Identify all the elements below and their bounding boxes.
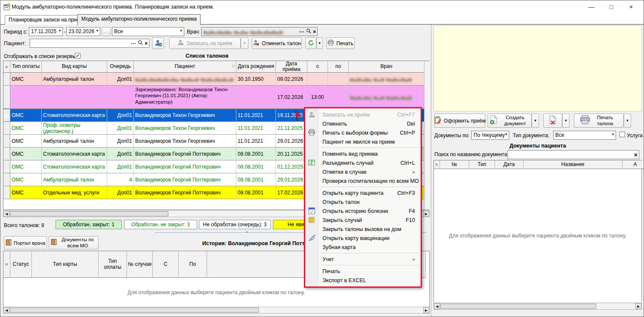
docs-all-mo-button[interactable]: Документы по всем МО xyxy=(49,236,99,249)
menu-item[interactable]: Разъединить случайCtrl+L xyxy=(305,158,421,167)
menu-item[interactable]: Открыть талон xyxy=(305,197,421,206)
create-document-dropdown[interactable]: ▼ xyxy=(532,114,539,128)
tab-scheduler[interactable]: Планировщик записи на прием xyxy=(5,15,87,25)
delete-document-dropdown[interactable]: ▼ xyxy=(562,114,570,128)
menu-item[interactable]: Зубная карта xyxy=(305,243,421,252)
cell-text: 4 xyxy=(129,177,132,183)
doc-type-label: Тип документа: xyxy=(513,132,549,138)
scroll-left-icon[interactable]: ◀ xyxy=(434,303,440,309)
tab-outpatient-module[interactable]: Модуль амбулаторно-поликлинического прие… xyxy=(77,14,201,25)
menu-item[interactable]: Закрыть талоны вызова на дом xyxy=(305,225,421,234)
history-icon xyxy=(308,207,316,215)
clear-icon[interactable]: × xyxy=(634,151,638,158)
refresh-button[interactable] xyxy=(305,37,316,49)
column-header[interactable]: Название xyxy=(523,160,622,169)
panel-divider[interactable] xyxy=(431,25,431,317)
ticket-cell: 08.08.2001 xyxy=(236,186,276,199)
menu-item[interactable]: Поменять вид приема xyxy=(305,149,421,158)
menu-item[interactable]: Закрыть случайF10 xyxy=(305,215,421,225)
menu-item[interactable]: Проверка госпитализации по всем МО xyxy=(305,176,421,185)
period-from-picker[interactable]: 17.11.2025▼ xyxy=(29,27,63,36)
journal-icon xyxy=(6,239,12,246)
ticket-row[interactable]: Зарезервировано: Воландеморов Тихон Геор… xyxy=(3,86,424,109)
print-ticket-button[interactable]: Печать талона xyxy=(574,114,624,128)
patient-field[interactable]: ··· × xyxy=(30,39,149,48)
menu-item[interactable]: Пациент не явился на прием xyxy=(305,137,421,146)
column-header[interactable]: Тип xyxy=(469,160,495,169)
menu-item[interactable]: Открыть карту пациентаCtrl+F3 xyxy=(305,188,421,197)
clear-icon[interactable]: × xyxy=(313,29,316,35)
menu-item[interactable]: Учет> xyxy=(305,255,421,264)
cell-text: 01.12.2025 xyxy=(277,164,303,170)
maximize-button[interactable]: □ xyxy=(601,0,621,13)
refresh-dropdown[interactable]: ▼ xyxy=(316,37,323,49)
menu-item[interactable]: Печать xyxy=(305,267,421,276)
scroll-left-icon[interactable]: ◀ xyxy=(3,307,9,313)
column-header[interactable]: № xyxy=(440,160,469,169)
scroll-left-icon[interactable]: ◀ xyxy=(3,211,9,217)
minimize-button[interactable]: — xyxy=(582,0,601,13)
documents-horizontal-scrollbar[interactable]: ◀ ▶ xyxy=(433,303,642,310)
menu-item[interactable]: Экспорт в EXCEL xyxy=(305,276,421,285)
search-icon[interactable] xyxy=(138,40,143,46)
column-header[interactable]: Статус xyxy=(10,251,32,278)
close-button[interactable]: × xyxy=(621,0,641,13)
book-appointment-button[interactable]: Записать на приём xyxy=(169,37,241,49)
search-icon[interactable] xyxy=(306,28,311,35)
create-document-button[interactable]: Создать документ xyxy=(488,114,532,128)
print-button[interactable]: Печать xyxy=(326,37,355,49)
scroll-thumb[interactable] xyxy=(10,308,259,313)
menu-item[interactable]: Записать на приёмCtrl+F7 xyxy=(305,110,421,119)
doc-search-input[interactable]: × xyxy=(508,150,639,159)
delete-document-button[interactable] xyxy=(543,114,562,128)
documents-table: ≡№ТипДатаНазваниеА xyxy=(433,160,642,302)
scroll-thumb[interactable] xyxy=(10,211,168,216)
column-header[interactable]: Тип оплаты xyxy=(99,251,127,278)
ticket-cell: Амбулаторный талон xyxy=(42,73,107,85)
collapse-icon[interactable]: ˅ xyxy=(246,230,248,234)
doctor-portal-button[interactable]: Портал врача xyxy=(4,236,47,249)
ticket-row[interactable]: ОМСАмбулаторный талонДоп01▅▄▅▃▅▄▅▄▅▃▅▄ ▅… xyxy=(3,73,424,86)
scroll-right-icon[interactable]: ▶ xyxy=(635,303,641,309)
cancel-ticket-button[interactable]: Отменить талон xyxy=(252,37,302,49)
service-in-name-checkbox[interactable] xyxy=(619,132,625,137)
doctor-field[interactable]: ▅▄▅▃▅▄▅▄ ▅▃▅▄ ▅▄▅▃▅▄▅▄▅ ··· × xyxy=(201,27,318,36)
menu-item[interactable]: Отметки в случае> xyxy=(305,167,421,176)
ellipsis-button[interactable]: ··· xyxy=(131,40,136,46)
menu-item-label: Открыть карту вакцинации xyxy=(322,235,390,241)
doc-type-combo[interactable]: Все▼ xyxy=(553,131,616,140)
column-header[interactable]: Тип карты xyxy=(32,251,99,278)
more-dates-button[interactable]: . . . xyxy=(102,27,111,36)
scroll-right-icon[interactable]: ▶ xyxy=(423,307,429,313)
schedule-filter-combo[interactable]: Все▼ xyxy=(112,27,184,36)
column-header[interactable]: По xyxy=(179,251,207,278)
period-to-picker[interactable]: 23.02.2026▼ xyxy=(66,27,100,36)
row-selector xyxy=(3,148,10,160)
tickets-vertical-scrollbar[interactable] xyxy=(424,61,430,209)
make-appointment-button[interactable]: Оформить приём xyxy=(434,114,485,128)
cell-text: 08.08.2001 xyxy=(238,151,263,157)
menu-item[interactable]: Печать с выбором формыCtrl+P xyxy=(305,128,421,137)
column-header[interactable]: № случая xyxy=(127,251,153,278)
menu-item[interactable]: Открыть карту вакцинации xyxy=(305,234,421,243)
doc-add-icon xyxy=(489,115,498,126)
column-header[interactable]: С xyxy=(153,251,179,278)
menu-item[interactable]: ОтменитьDel xyxy=(305,119,421,128)
cell-text: Воландеморов Тихон Георгиевич xyxy=(135,112,215,118)
select-patient-button[interactable] xyxy=(152,37,164,49)
history-horizontal-scrollbar[interactable]: ◀ ▶ xyxy=(3,307,430,314)
menu-item[interactable]: Открыть историю болезниF4 xyxy=(305,206,421,215)
scroll-right-icon[interactable]: ▶ xyxy=(423,211,429,217)
ellipsis-button[interactable]: ··· xyxy=(299,29,304,35)
clear-icon[interactable]: × xyxy=(145,40,148,46)
scroll-thumb[interactable] xyxy=(440,304,596,309)
ticket-cell: ОМС xyxy=(10,160,42,173)
docs-by-combo[interactable]: По текущему▼ xyxy=(471,131,509,140)
book-appointment-dropdown[interactable]: ▼ xyxy=(241,37,248,49)
column-header[interactable]: Дата xyxy=(495,160,523,169)
column-header[interactable]: А xyxy=(622,160,644,169)
print-ticket-dropdown[interactable]: ▼ xyxy=(624,114,631,128)
cell-text: Воландеморов Георгий Поттерович xyxy=(135,151,220,157)
ticket-cell xyxy=(10,86,42,108)
show-reserves-checkbox[interactable]: ✓ xyxy=(75,53,80,58)
